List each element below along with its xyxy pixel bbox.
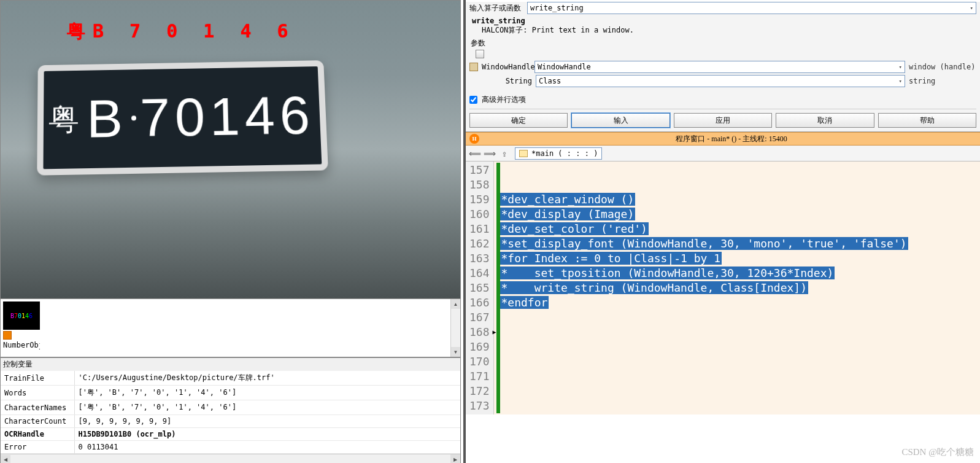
code-line[interactable] [496,384,978,399]
program-window-titlebar[interactable]: H 程序窗口 - main* () - 主线程: 15400 [466,132,980,146]
variable-value: 'C:/Users/Augustine/Desktop/picture/车牌.t… [74,371,460,386]
code-editor[interactable]: 1571581591601611621631641651661671681691… [466,161,980,414]
code-line[interactable] [496,310,978,325]
ok-button[interactable]: 确定 [469,113,568,128]
variable-row[interactable]: OCRHandleH15DB9D101B0 (ocr_mlp) [1,428,460,441]
variable-row[interactable]: CharacterNames['粤', 'B', '7', '0', '1', … [1,400,460,415]
code-lines[interactable]: *dev_clear_window ()*dev_display (Image)… [494,161,980,414]
code-line[interactable] [496,177,978,192]
dropdown-arrow-icon[interactable]: ▾ [899,64,902,70]
code-line[interactable] [496,340,978,354]
param-row: WindowHandleWindowHandle▾window (handle) [469,61,976,73]
image-display-panel[interactable]: 粤B 7 0 1 4 6 粤B70146 [0,0,461,299]
advanced-options-checkbox-label[interactable]: 高级并行选项 [469,95,526,104]
dropdown-arrow-icon[interactable]: ▾ [899,78,902,84]
object-thumbnail[interactable]: B70146 NumberObje [3,302,40,349]
cancel-button[interactable]: 取消 [776,113,874,128]
variable-name: CharacterCount [1,415,74,428]
region-type-icon [3,331,12,340]
variable-value: ['粤', 'B', '7', '0', '1', '4', '6'] [74,400,460,415]
scope-selector[interactable]: *main ( : : : ) [515,147,602,160]
thumbnail-image: B70146 [3,302,40,330]
code-line[interactable] [496,369,978,384]
code-line[interactable]: *dev_clear_window () [496,192,978,207]
param-type: window (handle) [909,63,976,71]
param-name: String [483,77,532,85]
param-value-input[interactable]: Class▾ [536,75,905,87]
variable-row[interactable]: Words['粤', 'B', '7', '0', '1', '4', '6'] [1,386,460,400]
operator-name: write_string [469,17,976,25]
program-window-title: 程序窗口 - main* () - 主线程: 15400 [483,134,980,144]
variable-value: 0 0113041 [74,441,460,454]
variable-row[interactable]: CharacterCount[9, 9, 9, 9, 9, 9, 9] [1,415,460,428]
code-line[interactable]: *for Index := 0 to |Class|-1 by 1 [496,251,978,266]
code-line[interactable]: *dev_set_color ('red') [496,222,978,236]
code-line[interactable]: *dev_display (Image) [496,207,978,222]
variable-row[interactable]: TrainFile'C:/Users/Augustine/Desktop/pic… [1,371,460,386]
thumbnail-scrollbar[interactable]: ▲ ▼ [450,299,460,357]
param-type: string [909,77,976,85]
scroll-left-icon[interactable]: ◀ [1,455,10,464]
code-line[interactable] [496,399,978,413]
program-window: H 程序窗口 - main* () - 主线程: 15400 ⟸ ⟹ ⇪ *ma… [466,132,980,414]
program-toolbar: ⟸ ⟹ ⇪ *main ( : : : ) [466,146,980,161]
operator-input-value: write_string [530,4,584,12]
variable-name: Error [1,441,74,454]
ocr-result-overlay: 粤B 7 0 1 4 6 [67,19,296,44]
code-line[interactable]: *endfor [496,295,978,310]
code-line[interactable] [496,163,978,177]
operator-input[interactable]: write_string ▾ [527,2,976,14]
scroll-up-icon[interactable]: ▲ [451,299,460,309]
variable-row[interactable]: Error0 0113041 [1,441,460,454]
scroll-down-icon[interactable]: ▼ [451,347,460,357]
operator-description: HALCON算子: Print text in a window. [469,25,976,36]
control-variables-header: 控制变量 [1,358,460,371]
param-type-icon [469,63,478,71]
code-line[interactable] [496,354,978,369]
watermark: CSDN @吃个糖糖 [901,446,974,458]
execution-pointer-icon: ▶ [493,325,496,340]
halcon-app-icon: H [469,134,479,144]
parameters-header: 参数 [471,38,976,49]
variable-name: OCRHandle [1,428,74,441]
code-line[interactable]: * set_tposition (WindowHandle,30, 120+36… [496,266,978,281]
code-line[interactable]: *set_display_font (WindowHandle, 30, 'mo… [496,236,978,251]
variable-value: H15DB9D101B0 (ocr_mlp) [74,428,460,441]
param-row: StringClass▾string [469,75,976,87]
operator-panel: 输入算子或函数 write_string ▾ write_string HALC… [466,2,980,132]
nav-forward-button[interactable]: ⟹ [483,147,496,160]
object-thumbnail-bar: B70146 NumberObje ▲ ▼ [0,299,461,357]
line-number-gutter: 1571581591601611621631641651661671681691… [466,161,494,414]
variable-name: Words [1,386,74,400]
advanced-options-row: 高级并行选项 [469,95,976,105]
variable-value: [9, 9, 9, 9, 9, 9, 9] [74,415,460,428]
advanced-options-checkbox[interactable] [469,96,477,104]
file-icon [519,150,528,157]
operator-input-label: 输入算子或函数 [469,3,525,14]
nav-back-button[interactable]: ⟸ [468,147,482,160]
variable-name: CharacterNames [1,400,74,415]
nav-up-button[interactable]: ⇪ [498,147,511,160]
thumbnail-label: NumberObje [3,341,40,349]
variable-value: ['粤', 'B', '7', '0', '1', '4', '6'] [74,386,460,400]
variables-h-scrollbar[interactable]: ◀ ▶ [1,454,460,463]
param-name: WindowHandle [482,63,531,71]
code-line[interactable]: * write_string (WindowHandle, Class[Inde… [496,281,978,295]
variables-table[interactable]: TrainFile'C:/Users/Augustine/Desktop/pic… [1,371,460,454]
code-line[interactable]: ▶ [496,325,978,340]
help-button[interactable]: 帮助 [878,113,976,128]
control-variables-panel: 控制变量 TrainFile'C:/Users/Augustine/Deskto… [0,357,461,463]
scroll-right-icon[interactable]: ▶ [450,454,460,463]
enter-button[interactable]: 输入 [571,113,669,128]
apply-button[interactable]: 应用 [674,113,772,128]
param-value-input[interactable]: WindowHandle▾ [534,61,905,73]
dropdown-arrow-icon[interactable]: ▾ [970,5,973,11]
license-plate-mock: 粤B70146 [37,60,328,176]
variable-name: TrainFile [1,371,74,386]
params-collapse-icon[interactable] [476,50,484,58]
